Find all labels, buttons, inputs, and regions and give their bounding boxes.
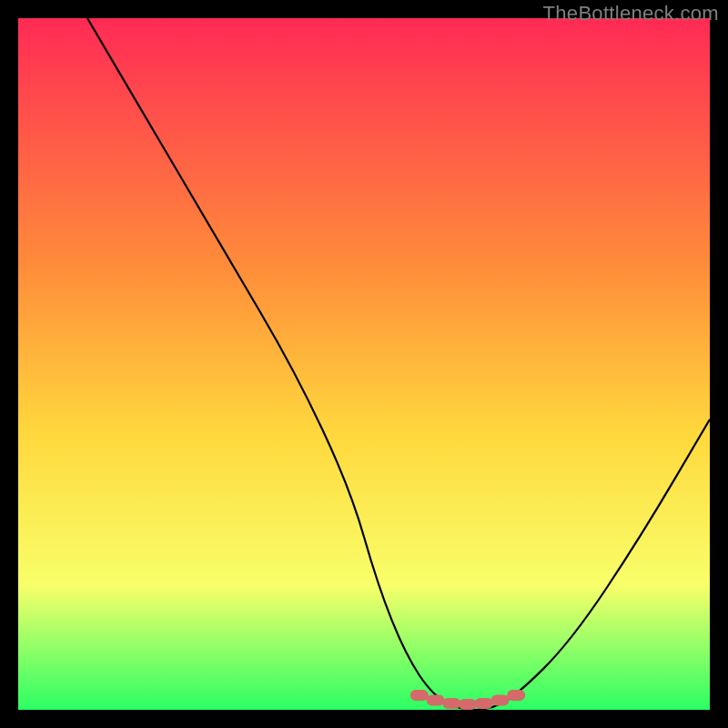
plot-area	[18, 18, 710, 710]
chart-svg	[18, 18, 710, 710]
gradient-background	[18, 18, 710, 710]
watermark-text: TheBottleneck.com	[543, 2, 719, 25]
chart-frame: TheBottleneck.com	[0, 0, 728, 728]
